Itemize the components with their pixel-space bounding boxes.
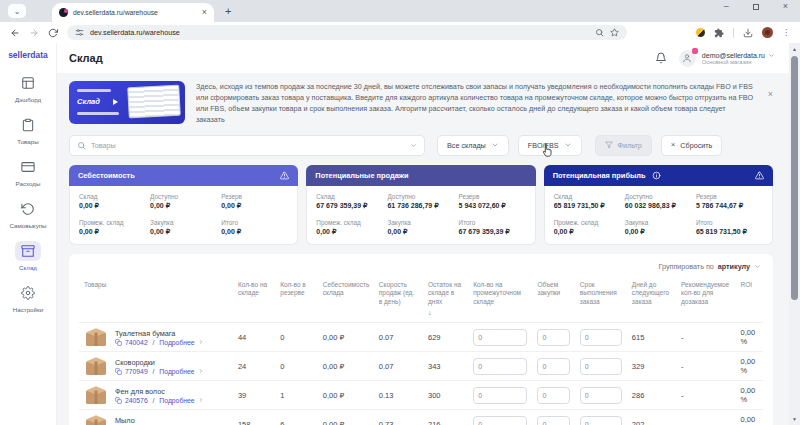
sidebar-item-products[interactable]: Товары	[15, 115, 41, 145]
col-speed: Скорость продаж (ед. в день)	[374, 277, 423, 323]
table-row: Фен для волос 240576 / Подробнее	[79, 381, 763, 410]
window-maximize-icon[interactable]	[753, 4, 759, 10]
window-minimize-icon[interactable]: –	[724, 2, 729, 11]
extension-icon[interactable]	[696, 28, 705, 37]
roi-cell: 0,00 %	[736, 323, 763, 352]
warehouses-select[interactable]: Все склады	[437, 135, 509, 156]
interim-stock-input[interactable]	[473, 329, 527, 346]
tab-close-icon[interactable]: ×	[202, 8, 207, 17]
interim-stock-input[interactable]	[473, 416, 527, 425]
reserve-cell: 1	[275, 381, 317, 410]
field-value: 0,00 ₽	[150, 202, 217, 210]
lead-time-input[interactable]	[580, 387, 622, 404]
col-interim: Кол-во на промежуточном складе	[468, 277, 532, 323]
scrollbar-thumb[interactable]	[791, 56, 798, 300]
product-search[interactable]	[69, 135, 425, 156]
field-value: 0,00 ₽	[387, 228, 454, 236]
stock-table: Товары Кол-во на складе Кол-во в резерве…	[79, 277, 763, 425]
chevron-down-icon: ⌄	[14, 7, 21, 16]
card-title: Потенциальные продажи	[315, 171, 408, 180]
browser-tab[interactable]: dev.sellerdata.ru/warehouse ×	[52, 3, 214, 22]
sidebar-item-dashboard[interactable]: Дэшборд	[15, 73, 41, 103]
reload-icon[interactable]	[48, 28, 58, 38]
notifications-bell-icon[interactable]	[655, 52, 667, 64]
banner-close-icon[interactable]: ×	[768, 90, 773, 99]
download-icon[interactable]	[743, 28, 753, 38]
info-icon[interactable]	[652, 171, 661, 180]
new-tab-button[interactable]: +	[225, 6, 231, 17]
tab-search-button[interactable]: ⌄	[8, 4, 26, 18]
search-input[interactable]	[91, 141, 405, 150]
window-controls: – ×	[724, 2, 788, 11]
stock-cell: 24	[233, 352, 275, 381]
sidebar-item-buyouts[interactable]: Самовыкупы	[9, 199, 46, 229]
purchase-volume-input[interactable]	[537, 358, 569, 375]
card-field: Доступно 60 032 986,83 ₽	[625, 193, 692, 210]
col-stock: Кол-во на складе	[233, 277, 275, 323]
window-close-icon[interactable]: ×	[783, 2, 788, 11]
sidebar-item-expenses[interactable]: Расходы	[15, 157, 41, 187]
site-settings-icon[interactable]	[75, 28, 84, 37]
scroll-up-icon[interactable]: ▲	[789, 44, 800, 54]
sellerdata-logo[interactable]: sellerdata	[8, 50, 48, 60]
copy-icon	[115, 339, 122, 346]
chevron-right-icon	[198, 339, 204, 345]
field-label: Резерв	[221, 193, 288, 200]
stock-cell: 44	[233, 323, 275, 352]
field-value: 5 786 744,67 ₽	[696, 202, 763, 210]
product-link[interactable]: 240576 / Подробнее	[115, 397, 204, 404]
video-thumbnail[interactable]: Склад	[69, 81, 185, 124]
product-image	[84, 325, 108, 349]
bookmark-star-icon[interactable]	[610, 28, 619, 37]
address-bar[interactable]: dev.sellerdata.ru/warehouse	[67, 25, 627, 40]
lead-time-input[interactable]	[580, 329, 622, 346]
tab-title: dev.sellerdata.ru/warehouse	[73, 9, 197, 16]
browser-profile-avatar[interactable]	[762, 27, 773, 38]
lead-time-input[interactable]	[580, 416, 622, 425]
purchase-volume-input[interactable]	[537, 329, 569, 346]
table-header-row: Товары Кол-во на складе Кол-во в резерве…	[79, 277, 763, 323]
recommended-cell: -	[676, 381, 736, 410]
sidebar-item-settings[interactable]: Настройки	[13, 283, 43, 313]
main-area: Склад demo@sellerdata.ru	[57, 43, 789, 425]
product-link[interactable]: 740042 / Подробнее	[115, 339, 204, 346]
group-by-prefix: Группировать по	[659, 262, 714, 271]
product-image	[84, 354, 108, 378]
reset-button[interactable]: × Сбросить	[661, 135, 723, 156]
interim-stock-input[interactable]	[473, 387, 527, 404]
group-by-value: артикулу	[718, 262, 750, 271]
details-link: Подробнее	[159, 397, 194, 404]
cost-cell: 0,00 ₽	[318, 352, 374, 381]
interim-stock-input[interactable]	[473, 358, 527, 375]
cost-cell: 0,00 ₽	[318, 410, 374, 425]
zoom-icon[interactable]	[595, 28, 604, 37]
filter-button[interactable]: Фильтр	[595, 135, 652, 156]
purchase-volume-input[interactable]	[537, 416, 569, 425]
sidebar: sellerdata Дэшборд Товары Расходы Самовы…	[0, 43, 57, 425]
browser-menu-icon[interactable]: ⋮	[782, 28, 790, 37]
back-icon[interactable]	[10, 28, 20, 38]
page-scrollbar[interactable]: ▲ ▼	[789, 43, 800, 425]
days-next-cell: 286	[627, 381, 676, 410]
cost-cell: 0,00 ₽	[318, 323, 374, 352]
speed-cell: 0.07	[374, 323, 423, 352]
stock-cell: 39	[233, 381, 275, 410]
product-link[interactable]: 770949 / Подробнее	[115, 368, 204, 375]
lead-time-input[interactable]	[580, 358, 622, 375]
group-by-select[interactable]: Группировать по артикулу	[79, 260, 763, 277]
sort-desc-icon[interactable]: ↓	[428, 308, 463, 317]
recommended-cell: -	[676, 410, 736, 425]
filter-button-label: Фильтр	[618, 141, 642, 150]
sidebar-item-warehouse[interactable]: Склад	[15, 241, 41, 271]
account-menu[interactable]: demo@sellerdata.ru Основной магазин	[679, 50, 775, 67]
field-label: Промеж. склад	[554, 219, 621, 226]
scroll-down-icon[interactable]: ▼	[789, 414, 800, 424]
forward-icon[interactable]	[29, 28, 39, 38]
col-days-stock[interactable]: Остаток на складе в днях↓	[423, 277, 468, 323]
extensions-puzzle-icon[interactable]	[714, 28, 724, 38]
field-value: 0,00 ₽	[316, 228, 383, 236]
browser-urlbar: dev.sellerdata.ru/warehouse ⋮	[0, 22, 800, 43]
roi-cell: 0,00 %	[736, 381, 763, 410]
purchase-volume-input[interactable]	[537, 387, 569, 404]
chevron-down-icon	[410, 142, 417, 149]
